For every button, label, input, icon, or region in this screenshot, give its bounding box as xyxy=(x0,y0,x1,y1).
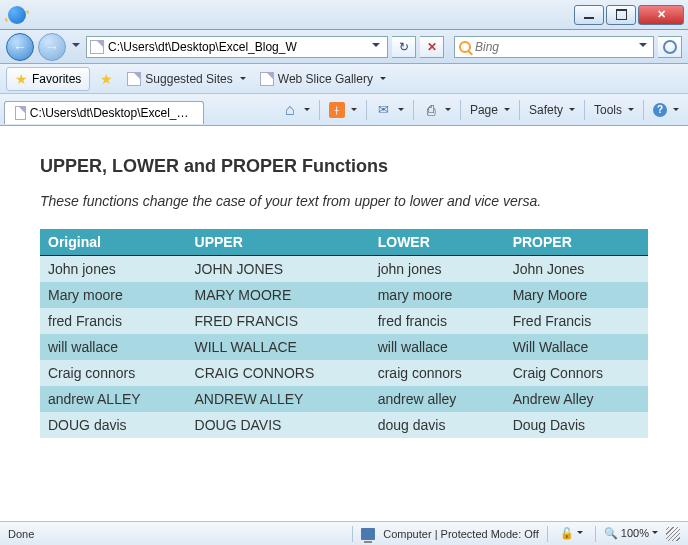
window-buttons xyxy=(572,5,684,25)
status-bar: Done Computer | Protected Mode: Off 🔓 🔍 … xyxy=(0,521,688,545)
star-icon: ★ xyxy=(100,71,113,87)
table-cell: will wallace xyxy=(370,334,505,360)
tools-menu[interactable]: Tools xyxy=(589,100,639,120)
maximize-button[interactable] xyxy=(606,5,636,25)
favorites-bar: ★ Favorites ★ Suggested Sites Web Slice … xyxy=(0,64,688,94)
refresh-button[interactable]: ↻ xyxy=(392,36,416,58)
table-cell: WILL WALLACE xyxy=(187,334,370,360)
divider xyxy=(547,526,548,542)
home-icon xyxy=(282,102,298,118)
add-favorite-button[interactable]: ★ xyxy=(96,69,117,89)
resize-grip[interactable] xyxy=(666,527,680,541)
table-row: John jonesJOHN JONESjohn jonesJohn Jones xyxy=(40,256,648,283)
tab-title: C:\Users\dt\Desktop\Excel_Blog_Workb... xyxy=(30,106,193,120)
table-cell: Doug Davis xyxy=(505,412,648,438)
table-cell: Mary Moore xyxy=(505,282,648,308)
table-cell: MARY MOORE xyxy=(187,282,370,308)
search-input[interactable] xyxy=(475,40,637,54)
protected-mode-text: Computer | Protected Mode: Off xyxy=(383,528,539,540)
web-slice-gallery-link[interactable]: Web Slice Gallery xyxy=(256,70,390,88)
search-provider-icon xyxy=(459,41,471,53)
table-cell: fred francis xyxy=(370,308,505,334)
divider xyxy=(584,100,585,120)
address-dropdown[interactable] xyxy=(368,39,384,54)
home-button[interactable] xyxy=(277,99,315,121)
zoom-control[interactable]: 🔍 100% xyxy=(604,527,658,540)
nav-history-dropdown[interactable] xyxy=(70,39,82,55)
functions-table: Original UPPER LOWER PROPER John jonesJO… xyxy=(40,229,648,438)
table-cell: craig connors xyxy=(370,360,505,386)
table-row: Craig connorsCRAIG CONNORScraig connorsC… xyxy=(40,360,648,386)
table-cell: andrew ALLEY xyxy=(40,386,187,412)
table-cell: john jones xyxy=(370,256,505,283)
titlebar xyxy=(0,0,688,30)
page-icon xyxy=(15,106,26,120)
stop-button[interactable]: ✕ xyxy=(420,36,444,58)
table-cell: andrew alley xyxy=(370,386,505,412)
status-text: Done xyxy=(8,528,34,540)
help-icon xyxy=(653,103,667,117)
col-upper: UPPER xyxy=(187,229,370,256)
divider xyxy=(366,100,367,120)
table-cell: DOUG DAVIS xyxy=(187,412,370,438)
close-button[interactable] xyxy=(638,5,684,25)
star-icon: ★ xyxy=(15,71,28,87)
suggested-label: Suggested Sites xyxy=(145,72,232,86)
page-content: UPPER, LOWER and PROPER Functions These … xyxy=(0,126,688,521)
table-cell: mary moore xyxy=(370,282,505,308)
table-cell: DOUG davis xyxy=(40,412,187,438)
search-bar[interactable] xyxy=(454,36,654,58)
table-cell: JOHN JONES xyxy=(187,256,370,283)
table-cell: John jones xyxy=(40,256,187,283)
table-row: will wallaceWILL WALLACEwill wallaceWill… xyxy=(40,334,648,360)
forward-button[interactable]: → xyxy=(38,33,66,61)
navigation-bar: ← → ↻ ✕ xyxy=(0,30,688,64)
table-cell: doug davis xyxy=(370,412,505,438)
table-cell: John Jones xyxy=(505,256,648,283)
table-cell: fred Francis xyxy=(40,308,187,334)
table-header-row: Original UPPER LOWER PROPER xyxy=(40,229,648,256)
table-cell: Mary moore xyxy=(40,282,187,308)
page-description: These functions change the case of your … xyxy=(40,193,648,209)
security-dropdown[interactable]: 🔓 xyxy=(556,525,587,542)
divider xyxy=(413,100,414,120)
table-row: fred FrancisFRED FRANCISfred francisFred… xyxy=(40,308,648,334)
divider xyxy=(352,526,353,542)
col-lower: LOWER xyxy=(370,229,505,256)
page-menu[interactable]: Page xyxy=(465,100,515,120)
divider xyxy=(643,100,644,120)
suggested-sites-link[interactable]: Suggested Sites xyxy=(123,70,249,88)
table-row: Mary mooreMARY MOOREmary mooreMary Moore xyxy=(40,282,648,308)
col-original: Original xyxy=(40,229,187,256)
address-input[interactable] xyxy=(108,40,368,54)
table-cell: Andrew Alley xyxy=(505,386,648,412)
favorites-label: Favorites xyxy=(32,72,81,86)
webslice-label: Web Slice Gallery xyxy=(278,72,373,86)
address-bar[interactable] xyxy=(86,36,388,58)
divider xyxy=(595,526,596,542)
print-icon xyxy=(423,102,439,118)
table-cell: Fred Francis xyxy=(505,308,648,334)
print-button[interactable] xyxy=(418,99,456,121)
favorites-button[interactable]: ★ Favorites xyxy=(6,67,90,91)
search-go-button[interactable] xyxy=(658,36,682,58)
command-bar: C:\Users\dt\Desktop\Excel_Blog_Workb... … xyxy=(0,94,688,126)
rss-button[interactable] xyxy=(324,99,362,121)
divider xyxy=(519,100,520,120)
help-button[interactable] xyxy=(648,100,684,120)
page-icon xyxy=(127,72,141,86)
search-dropdown[interactable] xyxy=(637,39,649,54)
safety-menu[interactable]: Safety xyxy=(524,100,580,120)
divider xyxy=(460,100,461,120)
page-icon xyxy=(90,40,104,54)
table-cell: ANDREW ALLEY xyxy=(187,386,370,412)
table-cell: will wallace xyxy=(40,334,187,360)
page-title: UPPER, LOWER and PROPER Functions xyxy=(40,156,648,177)
mail-icon xyxy=(376,102,392,118)
back-button[interactable]: ← xyxy=(6,33,34,61)
browser-tab[interactable]: C:\Users\dt\Desktop\Excel_Blog_Workb... xyxy=(4,101,204,124)
rss-icon xyxy=(329,102,345,118)
read-mail-button[interactable] xyxy=(371,99,409,121)
minimize-button[interactable] xyxy=(574,5,604,25)
ie-logo-icon xyxy=(8,6,26,24)
